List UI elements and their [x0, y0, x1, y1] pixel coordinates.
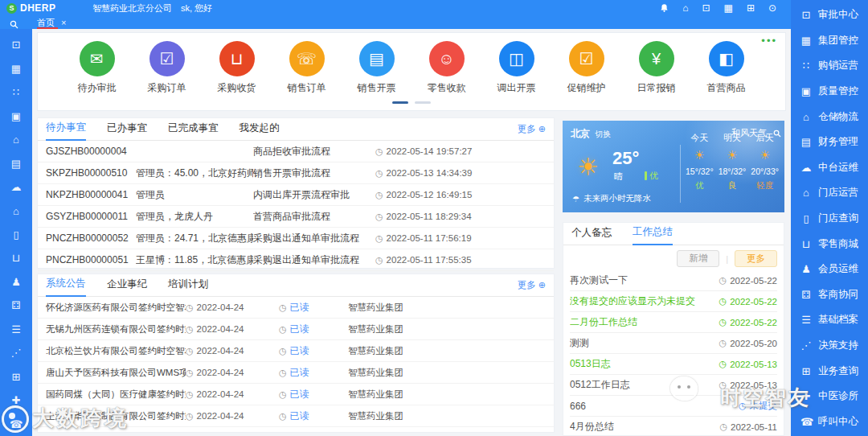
- sidebar-item[interactable]: ▤ 财务管理: [791, 130, 868, 155]
- sidebar-item[interactable]: ⌂ 门店运营: [791, 180, 868, 206]
- sidebar-item[interactable]: ♟ 会员运维: [791, 257, 868, 282]
- list-item[interactable]: 再次测试一下 ◷2022-05-22: [570, 270, 777, 291]
- home-icon[interactable]: ⌂: [682, 3, 688, 13]
- sliders-icon[interactable]: ☰: [0, 318, 32, 341]
- sidebar-item[interactable]: ⊔ 零售商城: [791, 231, 868, 257]
- sidebar-item[interactable]: ⊞ 业务查询: [791, 358, 868, 384]
- quick-action[interactable]: ▤ 销售开票: [349, 41, 405, 95]
- quick-action[interactable]: ◫ 调出开票: [489, 41, 545, 95]
- board-icon[interactable]: ⊞: [0, 365, 32, 389]
- list-item[interactable]: 0512工作日志 ◷2022-05-13: [570, 375, 777, 396]
- add-button[interactable]: 新增: [677, 250, 719, 267]
- table-row[interactable]: PNCZHB00000051 王星博：11.85，北京德惠康医药... 采购退出…: [38, 249, 554, 271]
- monitor-icon[interactable]: ⊡: [0, 33, 32, 56]
- quick-action[interactable]: ☏ 销售订单: [279, 41, 335, 95]
- badge-icon[interactable]: ▣: [0, 104, 32, 127]
- pager-dash[interactable]: [415, 101, 431, 104]
- more-button[interactable]: 更多: [735, 250, 777, 267]
- table-row[interactable]: NKPZHB00000041 管理员 内调出库开票流程审批 ◷2022-05-1…: [38, 184, 554, 206]
- chart-icon[interactable]: ⋰: [0, 341, 32, 364]
- read-status: ◷已读: [279, 409, 348, 423]
- tab-home[interactable]: 首页 ×: [37, 16, 66, 29]
- process-name: 内调出库开票流程审批: [253, 188, 375, 202]
- tab-work-summary[interactable]: 工作总结: [633, 225, 673, 245]
- table-row[interactable]: 唐山天予医药科技有限公司WMS项目上线成 ◷2022-04-24 ◷已读 智慧药…: [38, 362, 554, 384]
- clock-icon: ◷: [375, 233, 383, 244]
- phone-icon[interactable]: ☎: [0, 413, 32, 436]
- tab-company-events[interactable]: 企业事纪: [107, 278, 147, 296]
- search-icon[interactable]: [10, 18, 18, 32]
- table-row[interactable]: 北京松兰饮片有限公司签约时空智友信息化系 ◷2022-04-24 ◷已读 智慧药…: [38, 340, 554, 362]
- organization-icon[interactable]: ▦: [724, 3, 733, 13]
- sidebar-item[interactable]: ☁ 中台运维: [791, 155, 868, 181]
- quick-action-label: 采购收货: [218, 81, 256, 95]
- list-item[interactable]: 测测 ◷2022-05-20: [570, 333, 777, 354]
- sidebar-item[interactable]: ✚ 中医诊所: [791, 384, 868, 409]
- memo-list: 再次测试一下 ◷2022-05-22 没有提交的应该显示为未提交 ◷2022-0…: [563, 270, 784, 436]
- grid-icon[interactable]: ∷: [0, 80, 32, 104]
- sidebar-item[interactable]: ☎ 呼叫中心: [791, 409, 868, 435]
- table-row[interactable]: 怀化济源医药有限公司签约时空智友信息化系 ◷2022-04-24 ◷已读 智慧药…: [38, 297, 554, 319]
- sidebar-item[interactable]: ▯ 门店查询: [791, 206, 868, 232]
- close-icon[interactable]: ×: [61, 18, 66, 27]
- sidebar-item[interactable]: ▦ 集团管控: [791, 28, 868, 54]
- table-row[interactable]: PNCZHB00000052 管理员：24.71，北京德惠康医药... 采购退出…: [38, 228, 554, 249]
- card-icon[interactable]: ▤: [0, 151, 32, 175]
- doc-code: GSYZHB00000011: [46, 211, 136, 222]
- sidebar-item[interactable]: ⚃ 客商协同: [791, 282, 868, 308]
- apps-grid-icon[interactable]: ⊞: [747, 3, 755, 13]
- clipboard-icon[interactable]: ▯: [0, 223, 32, 246]
- quick-action[interactable]: ✉ 待办审批: [69, 41, 125, 95]
- quick-action[interactable]: ☺ 零售收款: [419, 41, 475, 95]
- list-item[interactable]: 666 ◷未提交: [570, 396, 777, 417]
- sidebar-item[interactable]: ⌂ 仓储物流: [791, 104, 868, 130]
- workstation-icon[interactable]: ⊡: [702, 3, 710, 13]
- quick-action[interactable]: ¥ 日常报销: [628, 41, 685, 95]
- list-item[interactable]: 二月份工作总结 ◷2022-05-22: [570, 312, 777, 333]
- list-item[interactable]: 0513日志 ◷2022-05-13: [570, 354, 777, 375]
- cloud-icon[interactable]: ☁: [0, 175, 32, 199]
- tab-announcements[interactable]: 系统公告: [46, 277, 86, 297]
- list-item[interactable]: 没有提交的应该显示为未提交 ◷2022-05-22: [570, 291, 777, 312]
- quick-action[interactable]: ☑ 促销维护: [559, 41, 615, 95]
- list-item[interactable]: 4月份总结 ◷2022-05-11: [570, 417, 777, 436]
- store-icon[interactable]: ⌂: [0, 199, 32, 222]
- member-icon[interactable]: ♟: [0, 270, 32, 294]
- todo-more-link[interactable]: 更多⊕: [518, 123, 546, 135]
- medkit-icon[interactable]: ✚: [0, 389, 32, 412]
- tab-done[interactable]: 已办事宜: [107, 121, 147, 140]
- city-switch-link[interactable]: 切换: [595, 129, 611, 140]
- user-greeting[interactable]: sk, 您好: [181, 2, 212, 14]
- sidebar-item[interactable]: ☰ 基础档案: [791, 307, 868, 333]
- tab-todo[interactable]: 待办事宜: [46, 121, 86, 141]
- sidebar-item[interactable]: ⋰ 决策支持: [791, 333, 868, 359]
- tab-training-plan[interactable]: 培训计划: [168, 278, 208, 296]
- sidebar-item[interactable]: ▣ 质量管控: [791, 79, 868, 105]
- sidebar-item[interactable]: ⊡ 审批中心: [791, 2, 868, 28]
- bell-icon[interactable]: [660, 3, 669, 13]
- memo-title: 测测: [570, 336, 589, 350]
- table-row[interactable]: GSYZHB00000011 管理员，龙虎人丹 首营商品审批流程 ◷2022-0…: [38, 206, 554, 228]
- clock-icon: ◷: [279, 389, 287, 400]
- tab-personal-memo[interactable]: 个人备忘: [571, 226, 612, 245]
- home-icon[interactable]: ⌂: [0, 128, 32, 151]
- quick-action[interactable]: ◧ 首营商品: [698, 41, 755, 95]
- tab-completed[interactable]: 已完成事宜: [168, 121, 219, 140]
- building-icon[interactable]: ▦: [0, 56, 32, 80]
- org-icon[interactable]: ⚃: [0, 294, 32, 317]
- pager-dash-active[interactable]: [392, 101, 408, 104]
- quick-action[interactable]: ☑ 采购订单: [139, 41, 195, 95]
- table-row[interactable]: 上海德华国药制品有限公司签约时空智友信息 ◷2022-04-24 ◷已读 智慧药…: [38, 405, 554, 427]
- table-row[interactable]: GJSZHB00000004 商品拒收审批流程 ◷2022-05-14 19:5…: [38, 141, 554, 162]
- notice-more-link[interactable]: 更多⊕: [518, 279, 546, 291]
- cart-icon[interactable]: ⊔: [0, 246, 32, 269]
- table-row[interactable]: 无锡九州医药连锁有限公司签约时空智友信息 ◷2022-04-24 ◷已读 智慧药…: [38, 319, 554, 340]
- table-row[interactable]: 国药同煤（大同）医疗健康签约时空智友信息 ◷2022-04-24 ◷已读 智慧药…: [38, 384, 554, 405]
- table-row[interactable]: SKPZHB00000510 管理员：45.00，北京好药师药店... 销售开票…: [38, 162, 554, 184]
- notice-list: 怀化济源医药有限公司签约时空智友信息化系 ◷2022-04-24 ◷已读 智慧药…: [38, 297, 554, 427]
- sidebar-item[interactable]: ∷ 购销运营: [791, 53, 868, 79]
- power-icon[interactable]: ⊙: [768, 3, 776, 13]
- quick-action[interactable]: ⊔ 采购收货: [209, 41, 265, 95]
- more-actions-icon[interactable]: •••: [761, 35, 777, 47]
- tab-initiated[interactable]: 我发起的: [240, 121, 280, 140]
